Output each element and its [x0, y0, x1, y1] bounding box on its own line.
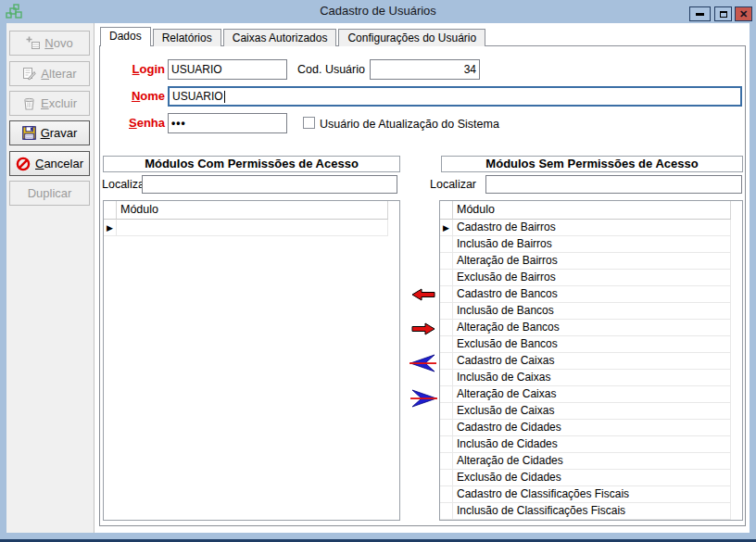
edit-icon — [22, 67, 36, 81]
tab-page-dados: Login Cod. Usuário Nome USUARIO Senha Us… — [99, 45, 746, 526]
alterar-button[interactable]: Alterar — [9, 61, 90, 86]
minimize-icon — [696, 13, 704, 16]
maximize-icon — [720, 11, 727, 18]
module-row[interactable]: Cadastro de Bancos — [440, 286, 742, 303]
gravar-button[interactable]: Gravar — [9, 120, 90, 145]
novo-label: Novo — [44, 36, 72, 50]
cod-usuario-label: Cod. Usuário — [297, 63, 365, 76]
module-row[interactable]: Alteração de Cidades — [440, 453, 742, 470]
delete-icon — [22, 96, 36, 110]
cancelar-button[interactable]: Cancelar — [9, 151, 90, 176]
cancelar-label: Cancelar — [35, 157, 83, 170]
module-row[interactable]: Inclusão de Caixas — [440, 370, 742, 386]
main-area: Dados Relatórios Caixas Autorizados Conf… — [96, 23, 750, 533]
maximize-button[interactable] — [714, 6, 732, 21]
sidebar: Novo Alterar — [6, 23, 94, 533]
without-access-grid-body: ▶ Cadastro de Bairros Inclusão de Bairro… — [440, 220, 742, 520]
minimize-button[interactable] — [689, 6, 711, 21]
duplicar-button[interactable]: Duplicar — [9, 181, 90, 206]
titlebar: Cadastro de Usuários ✕ — [0, 0, 756, 23]
client-area: Novo Alterar — [6, 23, 750, 533]
move-selected-left-button[interactable] — [411, 288, 435, 301]
with-access-search-input[interactable] — [142, 175, 397, 194]
with-access-title: Módulos Com Permissões de Acesso — [103, 156, 400, 172]
save-icon — [22, 126, 36, 140]
login-input[interactable] — [168, 59, 287, 80]
blue-arrow-left-icon — [410, 361, 437, 375]
module-row[interactable]: Alteração de Bancos — [440, 320, 742, 336]
gravar-label: Gravar — [41, 126, 78, 140]
close-icon: ✕ — [739, 9, 748, 19]
module-row[interactable]: Cadastro de Classificações Fiscais — [440, 486, 742, 503]
nome-value: USUARIO — [172, 90, 223, 103]
with-access-empty-row[interactable]: ▶ — [104, 220, 399, 236]
tab-dados[interactable]: Dados — [100, 27, 151, 46]
without-access-grid-header: Módulo — [440, 201, 742, 220]
login-label: Login — [109, 62, 165, 76]
window-title: Cadastro de Usuários — [0, 4, 756, 18]
alterar-label: Alterar — [41, 67, 76, 81]
app-window: Cadastro de Usuários ✕ Novo — [0, 0, 756, 542]
without-access-column-header: Módulo — [453, 201, 731, 220]
without-access-grid[interactable]: Módulo ▶ Cadastro de Bairros Inclusão de… — [439, 200, 743, 521]
cancel-icon — [16, 157, 31, 171]
red-arrow-left-icon — [411, 290, 435, 304]
move-selected-right-button[interactable] — [411, 322, 435, 335]
with-access-grid-header: Módulo — [104, 201, 399, 220]
text-caret — [224, 91, 225, 103]
without-access-title: Módulos Sem Permissões de Acesso — [441, 156, 743, 172]
tab-bar: Dados Relatórios Caixas Autorizados Conf… — [100, 28, 487, 46]
new-record-icon — [26, 36, 40, 50]
module-row[interactable]: Exclusão de Cidades — [440, 470, 742, 486]
module-row[interactable]: Exclusão de Bairros — [440, 270, 742, 286]
senha-input[interactable] — [168, 113, 287, 133]
novo-button[interactable]: Novo — [9, 31, 90, 56]
duplicar-label: Duplicar — [28, 186, 72, 200]
tab-relatorios[interactable]: Relatórios — [153, 29, 221, 46]
module-row[interactable]: Exclusão de Bancos — [440, 336, 742, 353]
senha-label: Senha — [109, 116, 165, 130]
module-row[interactable]: Alteração de Bairros — [440, 253, 742, 270]
cod-usuario-input[interactable] — [370, 59, 480, 80]
update-user-checkbox-label: Usuário de Atualização do Sistema — [320, 118, 499, 131]
module-row[interactable]: Cadastro de Caixas — [440, 353, 742, 370]
tab-configuracoes-usuario[interactable]: Configurações do Usuário — [338, 29, 485, 46]
without-access-search-input[interactable] — [485, 175, 742, 194]
update-user-checkbox[interactable] — [303, 117, 315, 129]
blue-arrow-right-icon — [410, 397, 437, 410]
close-button[interactable]: ✕ — [735, 6, 752, 21]
module-row[interactable]: Inclusão de Classificações Fiscais — [440, 503, 742, 520]
module-row[interactable]: Inclusão de Bairros — [440, 236, 742, 253]
red-arrow-right-icon — [411, 324, 435, 338]
module-row[interactable]: Cadastro de Cidades — [440, 420, 742, 436]
excluir-button[interactable]: Excluir — [9, 91, 90, 116]
tab-caixas-autorizados[interactable]: Caixas Autorizados — [223, 29, 337, 46]
move-all-left-button[interactable] — [410, 354, 437, 372]
module-row[interactable]: Exclusão de Caixas — [440, 403, 742, 420]
excluir-label: Excluir — [41, 96, 77, 110]
module-row[interactable]: ▶ Cadastro de Bairros — [440, 220, 742, 236]
without-access-search-label: Localizar — [430, 178, 476, 191]
with-access-column-header: Módulo — [117, 201, 388, 220]
nome-input[interactable]: USUARIO — [168, 86, 742, 107]
move-all-right-button[interactable] — [410, 389, 437, 408]
current-row-indicator-icon: ▶ — [104, 220, 117, 236]
with-access-grid[interactable]: Módulo ▶ — [103, 200, 400, 521]
module-row[interactable]: Alteração de Caixas — [440, 386, 742, 403]
module-row[interactable]: Inclusão de Cidades — [440, 436, 742, 453]
module-row[interactable]: Inclusão de Bancos — [440, 303, 742, 320]
nome-label: Nome — [109, 89, 165, 103]
